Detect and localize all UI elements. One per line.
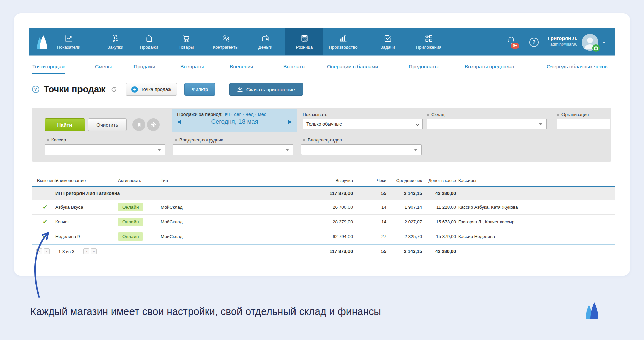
period-shortcuts[interactable]: вч · сег · нед · мес bbox=[225, 112, 266, 117]
row-name: Ковчег bbox=[55, 219, 118, 224]
dropdown-arrow-icon bbox=[286, 149, 289, 151]
logo-drop-white bbox=[40, 35, 47, 49]
find-button[interactable]: Найти bbox=[45, 118, 85, 131]
user-dropdown-caret[interactable] bbox=[602, 42, 606, 44]
tab-prepayment-returns[interactable]: Возвраты предоплат bbox=[465, 56, 515, 77]
row-cash: 15 379,00 bbox=[422, 234, 456, 239]
show-filter-value: Только обычные bbox=[306, 121, 342, 127]
warehouse-filter-select[interactable] bbox=[427, 119, 547, 129]
tab-label: Очередь облачных чеков bbox=[547, 64, 608, 70]
owner-employee-filter-select[interactable] bbox=[173, 144, 293, 155]
app-window: Показатели Закупки Продажи Товары Контра… bbox=[14, 13, 630, 276]
col-header-checks[interactable]: Чеки bbox=[353, 178, 386, 183]
period-next-button[interactable]: ▶ bbox=[288, 119, 292, 125]
tab-label: Точки продаж bbox=[32, 64, 65, 70]
table-row[interactable]: ✔ Ковчег Онлайн МойСклад 28 379,00 14 2 … bbox=[32, 215, 615, 229]
page-help-button[interactable]: ? bbox=[32, 86, 39, 93]
filter-settings-gear-button[interactable] bbox=[147, 118, 160, 131]
nav-item-tasks[interactable]: Задачи bbox=[369, 28, 407, 55]
pagination-last-button[interactable]: » bbox=[91, 248, 97, 254]
nav-item-label: Контрагенты bbox=[213, 45, 239, 50]
filter-dot bbox=[47, 139, 49, 141]
nav-item-production[interactable]: Производство bbox=[324, 28, 362, 55]
filter-button[interactable]: Фильтр bbox=[184, 83, 215, 96]
nav-item-label: Розница bbox=[296, 45, 313, 50]
row-activity: Онлайн bbox=[118, 232, 161, 241]
row-type: МойСклад bbox=[161, 219, 248, 224]
tab-shifts[interactable]: Смены bbox=[95, 56, 112, 77]
nav-item-label: Показатели bbox=[57, 45, 80, 50]
nav-item-goods[interactable]: Товары bbox=[167, 28, 205, 55]
gift-badge[interactable] bbox=[592, 44, 600, 52]
pagination-prev-button[interactable]: ‹ bbox=[44, 248, 50, 254]
table-row[interactable]: ✔ Азбука Вкуса Онлайн МойСклад 26 700,00… bbox=[32, 200, 615, 215]
gift-icon bbox=[594, 46, 598, 50]
retail-subtabs: Точки продаж Смены Продажи Возвраты Внес… bbox=[14, 56, 630, 77]
col-header-activity[interactable]: Активность bbox=[118, 178, 161, 183]
page: { "nav": { "items": [ {"label": "Показат… bbox=[0, 0, 644, 340]
nav-item-indicators[interactable]: Показатели bbox=[50, 28, 88, 55]
save-filter-bookmark-button[interactable] bbox=[132, 118, 145, 131]
tab-label: Продажи bbox=[133, 64, 155, 70]
row-cashiers: Григорян Л., Ковчег кассир bbox=[456, 219, 615, 224]
show-filter-select[interactable]: Только обычные bbox=[303, 119, 423, 129]
owner-employee-filter-label: Владелец-сотрудник bbox=[179, 137, 223, 143]
tab-cloud-receipts-queue[interactable]: Очередь облачных чеков bbox=[547, 56, 608, 77]
tab-label: Предоплаты bbox=[409, 64, 439, 70]
col-header-enabled[interactable]: Включена bbox=[32, 178, 55, 183]
nav-item-purchases[interactable]: Закупки bbox=[97, 28, 134, 55]
pagination-next-button[interactable]: › bbox=[83, 248, 89, 254]
organization-filter-label-wrap: Организация bbox=[557, 111, 589, 117]
group-revenue: 117 873,00 bbox=[248, 191, 353, 196]
store-icon bbox=[300, 34, 309, 43]
clear-button[interactable]: Очистить bbox=[88, 118, 127, 131]
footer-avg-check-total: 2 143,15 bbox=[386, 249, 422, 254]
tab-sales[interactable]: Продажи bbox=[133, 56, 155, 77]
add-point-of-sale-button[interactable]: Точка продаж bbox=[126, 83, 177, 96]
col-header-cashiers[interactable]: Кассиры bbox=[456, 178, 615, 183]
pagination: « ‹ 1-3 из 3 › » bbox=[32, 248, 248, 254]
find-button-label: Найти bbox=[57, 122, 72, 128]
col-header-type[interactable]: Тип bbox=[161, 178, 248, 183]
nav-item-label: Продажи bbox=[140, 45, 158, 50]
cashier-filter-select[interactable] bbox=[45, 144, 165, 155]
period-date-value[interactable]: Сегодня, 18 мая bbox=[211, 118, 258, 125]
user-menu[interactable]: Григорян Л. admin@lilar86 bbox=[532, 35, 577, 47]
tab-deposits[interactable]: Внесения bbox=[230, 56, 253, 77]
moysklad-logo[interactable] bbox=[33, 34, 50, 52]
table-footer-row: « ‹ 1-3 из 3 › » 117 873,00 55 2 143,15 … bbox=[32, 244, 615, 258]
nav-item-sales[interactable]: Продажи bbox=[130, 28, 168, 55]
tab-bonus-operations[interactable]: Операции с баллами bbox=[327, 56, 378, 77]
clear-button-label: Очистить bbox=[96, 122, 118, 128]
avatar[interactable] bbox=[582, 34, 598, 51]
moysklad-brand-logo bbox=[583, 302, 601, 321]
col-header-cash[interactable]: Денег в кассе bbox=[422, 178, 456, 183]
row-name: Азбука Вкуса bbox=[55, 205, 118, 210]
owner-department-filter-label: Владелец-отдел bbox=[308, 137, 342, 143]
col-header-name[interactable]: Наименование bbox=[55, 178, 118, 183]
nav-item-money[interactable]: Деньги bbox=[247, 28, 284, 55]
page-toolbar: ? Точки продаж Точка продаж Фильтр Скача… bbox=[32, 82, 615, 97]
help-glyph: ? bbox=[34, 87, 37, 92]
download-app-button[interactable]: Скачать приложение bbox=[229, 83, 303, 96]
period-prev-button[interactable]: ◀ bbox=[177, 119, 181, 125]
owner-department-filter-select[interactable] bbox=[301, 144, 422, 155]
table-row[interactable]: ✔ Неделина 9 Онлайн МойСклад 62 794,00 2… bbox=[32, 229, 615, 244]
nav-item-counterparties[interactable]: Контрагенты bbox=[207, 28, 245, 55]
group-row-organization[interactable]: ИП Григорян Лия Гагиковна 117 873,00 55 … bbox=[32, 187, 615, 200]
tab-returns[interactable]: Возвраты bbox=[180, 56, 204, 77]
tab-points-of-sale[interactable]: Точки продаж bbox=[32, 56, 65, 77]
nav-item-apps[interactable]: Приложения bbox=[410, 28, 447, 55]
col-header-revenue[interactable]: Выручка bbox=[248, 178, 353, 183]
refresh-icon[interactable] bbox=[111, 86, 117, 93]
notifications-bell[interactable]: 9+ bbox=[506, 36, 518, 49]
col-header-avg-check[interactable]: Средний чек bbox=[386, 178, 422, 183]
tab-payouts[interactable]: Выплаты bbox=[283, 56, 305, 77]
user-email: admin@lilar86 bbox=[532, 42, 577, 47]
tab-prepayments[interactable]: Предоплаты bbox=[409, 56, 439, 77]
chevron-down-icon bbox=[416, 122, 419, 126]
organization-filter-select[interactable] bbox=[557, 119, 610, 129]
nav-item-retail[interactable]: Розница bbox=[285, 28, 323, 55]
row-cash: 15 673,00 bbox=[422, 219, 456, 224]
pagination-first-button[interactable]: « bbox=[36, 248, 42, 254]
